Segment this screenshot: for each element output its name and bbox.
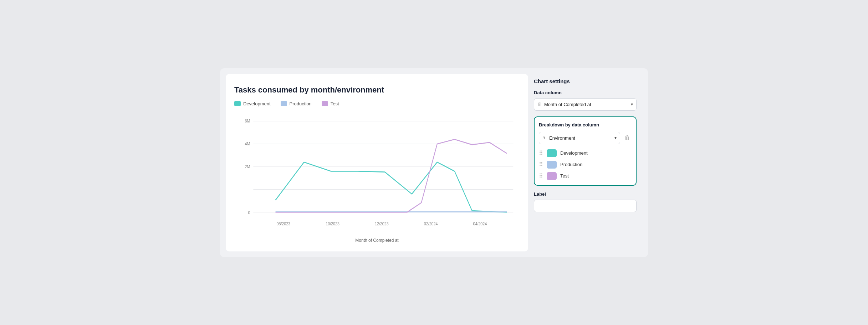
svg-text:4M: 4M xyxy=(245,141,250,146)
legend-item-development: Development xyxy=(234,101,271,106)
data-column-label: Data column xyxy=(534,90,637,95)
chart-area: 6M 4M 2M 0 08/2023 10/2023 12/2023 02/20… xyxy=(234,114,520,235)
breakdown-item-label-development: Development xyxy=(560,150,588,156)
color-swatch-test[interactable] xyxy=(547,172,557,180)
legend-label-test: Test xyxy=(331,101,339,106)
drag-handle-test[interactable]: ⠿ xyxy=(539,172,543,179)
legend-item-production: Production xyxy=(281,101,312,106)
breakdown-items: ⠿ Development ⠿ Production ⠿ Test xyxy=(539,149,632,180)
label-section: Label xyxy=(534,191,637,212)
breakdown-item-production: ⠿ Production xyxy=(539,161,632,169)
x-axis-label: Month of Completed at xyxy=(234,238,520,243)
svg-text:2M: 2M xyxy=(245,164,250,169)
legend-swatch-test xyxy=(322,101,328,106)
settings-panel: Chart settings Data column 🗓 Month of Co… xyxy=(528,74,642,251)
breakdown-item-test: ⠿ Test xyxy=(539,172,632,180)
chart-legend: Development Production Test xyxy=(234,101,520,106)
svg-text:02/2024: 02/2024 xyxy=(424,221,438,226)
drag-handle-development[interactable]: ⠿ xyxy=(539,150,543,156)
legend-swatch-development xyxy=(234,101,241,106)
svg-text:08/2023: 08/2023 xyxy=(277,221,291,226)
main-container: Tasks consumed by month/environment Deve… xyxy=(220,68,648,257)
breakdown-item-development: ⠿ Development xyxy=(539,149,632,157)
legend-item-test: Test xyxy=(322,101,339,106)
data-column-select-wrapper: 🗓 Month of Completed at ▾ xyxy=(534,98,637,111)
breakdown-select-wrapper: A Environment ▾ xyxy=(539,132,620,144)
settings-title: Chart settings xyxy=(534,78,637,84)
chart-svg: 6M 4M 2M 0 08/2023 10/2023 12/2023 02/20… xyxy=(234,114,520,235)
text-icon: A xyxy=(542,135,546,141)
label-field-label: Label xyxy=(534,191,637,197)
breakdown-label: Breakdown by data column xyxy=(539,122,632,128)
breakdown-select-row: A Environment ▾ 🗑 xyxy=(539,132,632,144)
breakdown-select[interactable]: Environment xyxy=(539,132,620,144)
svg-text:12/2023: 12/2023 xyxy=(375,221,389,226)
svg-text:04/2024: 04/2024 xyxy=(473,221,487,226)
color-swatch-production[interactable] xyxy=(547,161,557,169)
svg-text:0: 0 xyxy=(248,210,250,215)
chart-panel: Tasks consumed by month/environment Deve… xyxy=(226,74,528,251)
drag-handle-production[interactable]: ⠿ xyxy=(539,161,543,168)
label-input[interactable] xyxy=(534,200,637,212)
legend-label-development: Development xyxy=(243,101,271,106)
svg-text:10/2023: 10/2023 xyxy=(326,221,339,226)
color-swatch-development[interactable] xyxy=(547,149,557,157)
legend-label-production: Production xyxy=(290,101,312,106)
legend-swatch-production xyxy=(281,101,287,106)
data-column-select[interactable]: Month of Completed at xyxy=(534,98,637,111)
calendar-icon: 🗓 xyxy=(537,102,542,107)
breakdown-item-label-production: Production xyxy=(560,162,582,167)
breakdown-box: Breakdown by data column A Environment ▾… xyxy=(534,116,637,186)
delete-breakdown-button[interactable]: 🗑 xyxy=(623,133,632,142)
svg-text:6M: 6M xyxy=(245,118,250,123)
chart-title: Tasks consumed by month/environment xyxy=(234,85,520,95)
breakdown-item-label-test: Test xyxy=(560,173,569,179)
